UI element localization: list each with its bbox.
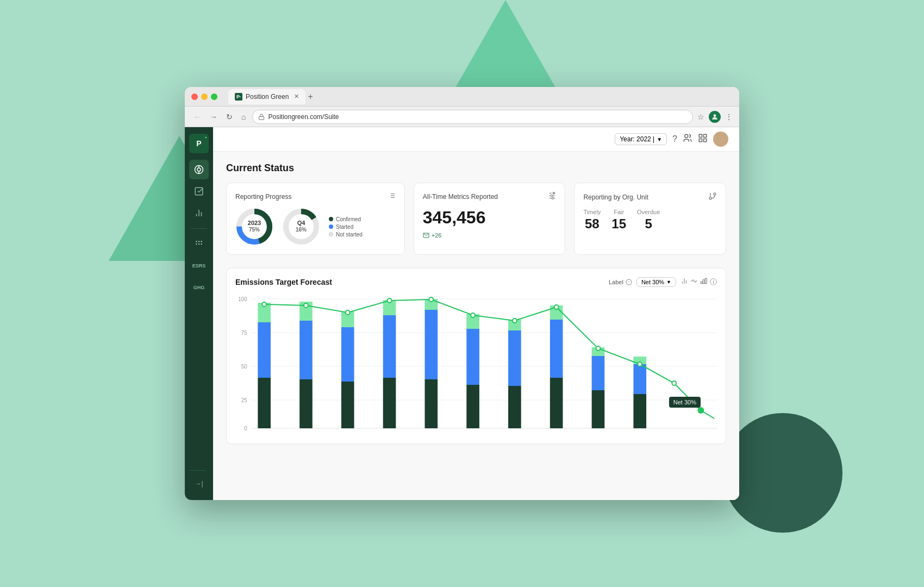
svg-rect-93: [633, 394, 646, 428]
browser-user-icon[interactable]: [709, 111, 721, 123]
sidebar-item-tasks[interactable]: [189, 182, 209, 201]
chart-title: Emissions Target Forecast: [235, 278, 332, 286]
tab-bar: P• Position Green ✕ +: [228, 89, 733, 104]
svg-rect-73: [341, 327, 354, 382]
svg-point-107: [698, 408, 704, 413]
fair-value: 15: [611, 216, 626, 232]
svg-point-98: [346, 310, 350, 315]
confirmed-label: Confirmed: [336, 216, 361, 222]
bar-chart-icon[interactable]: [680, 277, 688, 287]
legend: Confirmed Started Not started: [329, 216, 363, 238]
maximize-button[interactable]: [211, 93, 217, 100]
chart-area: 100 75 50 25 0: [235, 294, 717, 435]
svg-point-41: [551, 195, 553, 197]
sidebar-divider-2: [189, 470, 205, 471]
sidebar-item-esrs[interactable]: ESRS: [189, 256, 209, 276]
metric-detail: +26: [423, 232, 557, 239]
not-started-label: Not started: [336, 232, 363, 238]
refresh-button[interactable]: ↻: [224, 111, 235, 122]
reporting-progress-header: Reporting Progress: [235, 192, 396, 201]
active-tab[interactable]: P• Position Green ✕: [228, 89, 305, 104]
info-icon[interactable]: ⓘ: [710, 277, 717, 287]
svg-text:0: 0: [244, 426, 247, 432]
sidebar-item-analytics[interactable]: [189, 160, 209, 179]
svg-point-96: [262, 302, 266, 307]
svg-rect-69: [299, 379, 313, 428]
svg-point-101: [471, 313, 475, 317]
org-grid: Timely 58 Fair 15 Overdue 5: [583, 209, 717, 232]
svg-point-1: [714, 114, 716, 117]
legend-not-started: Not started: [329, 232, 363, 238]
branch-icon[interactable]: [708, 192, 717, 202]
user-avatar[interactable]: [713, 132, 728, 147]
minimize-button[interactable]: [201, 93, 208, 100]
svg-rect-53: [701, 282, 702, 284]
filter-icon[interactable]: [548, 192, 556, 201]
metric-detail-text: +26: [432, 232, 442, 239]
svg-rect-85: [508, 330, 521, 386]
net30-chevron-icon: ▼: [666, 279, 671, 285]
more-options-icon[interactable]: ⋮: [725, 113, 733, 121]
svg-point-102: [513, 319, 517, 323]
stacked-chart-icon[interactable]: [700, 277, 708, 287]
tab-close-icon[interactable]: ✕: [294, 93, 299, 100]
bookmark-icon[interactable]: ☆: [697, 113, 704, 121]
svg-rect-76: [383, 315, 396, 378]
list-icon[interactable]: [388, 192, 396, 201]
label-badge: Label: [609, 279, 632, 285]
grid-icon[interactable]: [698, 133, 708, 145]
sidebar-item-charts[interactable]: [189, 203, 209, 223]
address-bar[interactable]: Positiongreen.com/Suite: [252, 110, 693, 124]
mail-icon: [423, 232, 429, 239]
svg-point-105: [638, 362, 642, 366]
svg-rect-20: [704, 139, 707, 142]
started-label: Started: [336, 224, 353, 230]
help-icon[interactable]: ?: [672, 134, 677, 144]
home-button[interactable]: ⌂: [239, 111, 248, 122]
all-time-value: 345,456: [423, 208, 557, 228]
tab-favicon: P•: [235, 93, 242, 101]
donut-q4-label: Q4 16%: [296, 220, 307, 233]
browser-window: P• Position Green ✕ + ← → ↻ ⌂ Positiongr…: [185, 87, 739, 500]
sidebar-item-dots[interactable]: [189, 234, 209, 254]
users-icon[interactable]: [683, 133, 692, 145]
donut-2023-label: 2023 75%: [248, 220, 261, 233]
org-unit-header: Reporting by Org. Unit: [583, 192, 717, 202]
all-time-metrics-card: All-Time Metrics Reported 345,456 +26: [414, 183, 566, 255]
back-button[interactable]: ←: [191, 111, 203, 122]
org-stat-fair: Fair 15: [611, 209, 626, 232]
org-unit-title: Reporting by Org. Unit: [583, 193, 648, 201]
svg-point-13: [196, 243, 197, 245]
svg-point-14: [198, 243, 200, 245]
svg-text:50: 50: [241, 364, 247, 370]
close-button[interactable]: [191, 93, 198, 100]
org-unit-card: Reporting by Org. Unit Timely 58 F: [574, 183, 726, 255]
svg-text:25: 25: [241, 397, 247, 403]
sidebar-item-ghg[interactable]: GHG: [189, 278, 209, 297]
svg-rect-72: [341, 382, 354, 428]
svg-rect-54: [703, 280, 704, 284]
svg-rect-17: [699, 134, 702, 137]
nav-actions: ☆ ⋮: [697, 111, 733, 123]
sidebar-divider: [191, 228, 207, 229]
svg-point-3: [197, 168, 201, 171]
svg-point-42: [552, 197, 554, 199]
new-tab-button[interactable]: +: [308, 92, 313, 102]
line-chart-icon[interactable]: [690, 277, 698, 287]
forward-button[interactable]: →: [208, 111, 220, 122]
stats-row: Reporting Progress: [226, 183, 726, 255]
page-title: Current Status: [226, 163, 726, 174]
svg-point-97: [304, 303, 308, 308]
all-time-header: All-Time Metrics Reported: [423, 192, 557, 201]
year-selector[interactable]: Year: 2022 | ▼: [615, 133, 667, 145]
svg-text:75: 75: [241, 330, 247, 336]
top-bar: Year: 2022 | ▼ ?: [213, 127, 739, 152]
svg-rect-18: [704, 134, 707, 137]
svg-point-46: [709, 197, 711, 199]
sidebar-collapse-button[interactable]: →|: [189, 474, 209, 494]
traffic-lights: [191, 93, 217, 100]
svg-rect-87: [550, 378, 563, 428]
net30-selector[interactable]: Net 30% ▼: [636, 277, 676, 287]
reporting-content: 2023 75% Q4: [235, 208, 396, 246]
sidebar-logo[interactable]: P•: [189, 134, 209, 153]
